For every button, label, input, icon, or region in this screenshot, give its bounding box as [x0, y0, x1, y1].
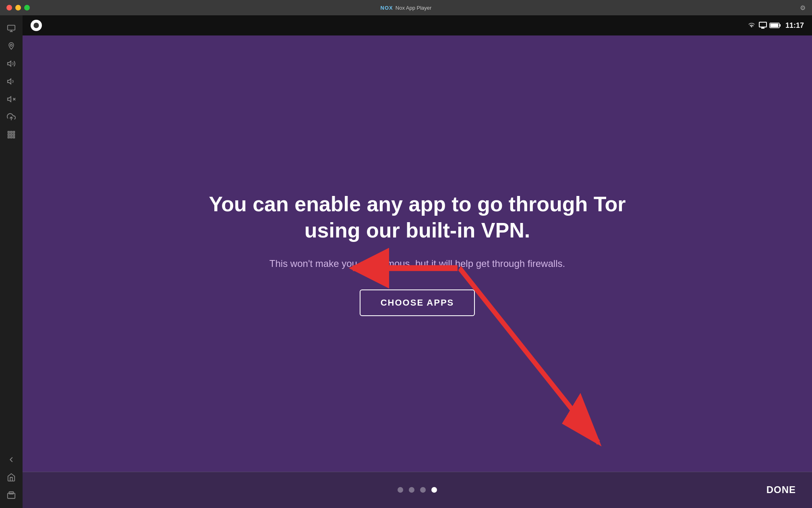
window-title: NOX Nox App Player — [381, 5, 432, 11]
bottom-nav: DONE — [23, 472, 812, 508]
svg-rect-12 — [10, 134, 12, 135]
window-title-text: Nox App Player — [396, 5, 432, 11]
svg-point-1 — [10, 44, 12, 46]
status-time: 11:17 — [785, 21, 804, 30]
android-status-bar: 11:17 — [23, 15, 812, 35]
svg-marker-3 — [8, 79, 11, 84]
svg-rect-23 — [779, 24, 781, 27]
apps-grid-icon[interactable] — [3, 127, 19, 143]
svg-rect-16 — [13, 137, 15, 138]
close-button[interactable] — [6, 5, 12, 10]
android-app-icon — [31, 20, 42, 31]
status-icons — [747, 22, 781, 29]
headline: You can enable any app to go through Tor… — [196, 191, 639, 244]
svg-rect-14 — [8, 137, 10, 138]
emulator-area: 11:17 You can enable any app to go throu… — [23, 15, 812, 508]
arrow-annotation — [23, 35, 812, 472]
back-icon[interactable] — [3, 452, 19, 468]
pagination-dots — [398, 487, 437, 493]
svg-rect-0 — [8, 25, 15, 30]
svg-rect-9 — [10, 131, 12, 133]
volume-up-icon[interactable] — [3, 56, 19, 72]
svg-point-19 — [33, 23, 39, 28]
sidebar — [0, 15, 23, 508]
wifi-icon — [747, 22, 756, 29]
svg-rect-24 — [770, 24, 778, 27]
svg-rect-13 — [13, 134, 15, 135]
done-button[interactable]: DONE — [766, 484, 796, 496]
minimize-button[interactable] — [15, 5, 21, 10]
recent-apps-icon[interactable] — [3, 487, 19, 503]
maximize-button[interactable] — [24, 5, 30, 10]
volume-down-icon[interactable] — [3, 73, 19, 90]
bottom-separator — [23, 472, 812, 472]
subtext: This won't make you anonymous, but it wi… — [269, 258, 565, 269]
mute-icon[interactable] — [3, 91, 19, 107]
svg-marker-4 — [8, 97, 11, 102]
svg-rect-8 — [8, 131, 10, 133]
app-body: 11:17 You can enable any app to go throu… — [0, 15, 812, 508]
svg-rect-15 — [10, 137, 12, 138]
settings-icon[interactable]: ⚙ — [800, 4, 806, 12]
upload-icon[interactable] — [3, 109, 19, 125]
svg-marker-2 — [8, 61, 11, 67]
title-bar: NOX Nox App Player ⚙ — [0, 0, 812, 15]
main-content: You can enable any app to go through Tor… — [23, 35, 812, 472]
display-icon — [759, 22, 767, 29]
dot-1[interactable] — [398, 487, 403, 493]
svg-rect-11 — [8, 134, 10, 135]
traffic-lights[interactable] — [6, 5, 30, 10]
dot-3[interactable] — [420, 487, 426, 493]
status-right: 11:17 — [747, 21, 804, 30]
svg-rect-20 — [759, 22, 766, 27]
screen-icon[interactable] — [3, 20, 19, 36]
choose-apps-button[interactable]: CHOOSE APPS — [360, 289, 475, 316]
home-icon[interactable] — [3, 469, 19, 485]
status-left — [31, 20, 42, 31]
svg-line-27 — [460, 268, 599, 443]
battery-icon — [769, 22, 781, 29]
nox-logo: NOX — [381, 5, 393, 11]
svg-rect-10 — [13, 131, 15, 133]
svg-rect-21 — [761, 27, 764, 29]
dot-4-active[interactable] — [431, 487, 437, 493]
dot-2[interactable] — [409, 487, 414, 493]
location-icon[interactable] — [3, 38, 19, 54]
